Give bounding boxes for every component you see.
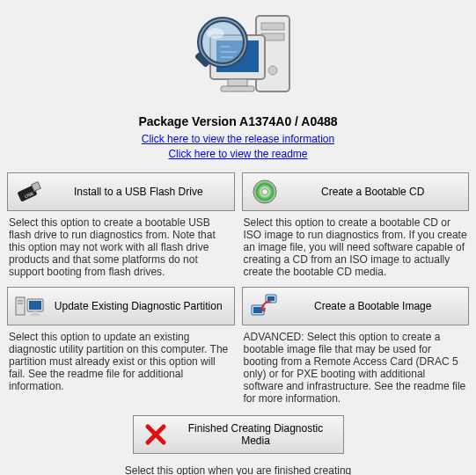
create-cd-button[interactable]: Create a Bootable CD	[242, 172, 470, 211]
readme-link[interactable]: Click here to view the readme	[0, 147, 476, 162]
svg-rect-28	[267, 296, 275, 301]
svg-rect-26	[30, 314, 40, 316]
computer-icon	[8, 294, 52, 318]
close-x-icon	[134, 422, 178, 447]
svg-rect-9	[228, 79, 247, 86]
svg-rect-30	[253, 307, 262, 313]
svg-point-13	[207, 28, 224, 39]
svg-rect-25	[33, 311, 38, 314]
usb-drive-icon: USB	[8, 179, 52, 204]
svg-rect-1	[261, 23, 284, 30]
svg-point-19	[261, 189, 267, 195]
create-image-label: Create a Bootable Image	[287, 300, 469, 312]
update-partition-desc: Select this option to update an existing…	[7, 325, 235, 392]
create-cd-label: Create a Bootable CD	[287, 186, 469, 198]
cd-icon	[243, 179, 287, 205]
svg-rect-24	[29, 301, 41, 310]
finished-label: Finished Creating Diagnostic Media	[178, 422, 343, 447]
finished-button[interactable]: Finished Creating Diagnostic Media	[133, 415, 344, 454]
update-partition-button[interactable]: Update Existing Diagnostic Partition	[7, 287, 235, 325]
app-logo	[168, 7, 309, 113]
install-usb-label: Install to a USB Flash Drive	[52, 186, 234, 198]
create-cd-desc: Select this option to create a bootable …	[242, 211, 470, 278]
install-usb-desc: Select this option to create a bootable …	[7, 211, 235, 278]
release-info-link[interactable]: Click here to view the release informati…	[0, 132, 476, 147]
create-image-button[interactable]: Create a Bootable Image	[242, 287, 470, 325]
create-image-desc: ADVANCED: Select this option to create a…	[242, 325, 470, 405]
svg-point-3	[268, 66, 277, 75]
page-title: Package Version A1374A0 / A0488	[0, 114, 476, 128]
install-usb-button[interactable]: USB Install to a USB Flash Drive	[7, 172, 235, 211]
svg-rect-22	[18, 303, 23, 304]
finished-desc: Select this option when you are finished…	[106, 459, 370, 475]
svg-rect-21	[18, 300, 23, 302]
svg-rect-10	[221, 86, 254, 91]
update-partition-label: Update Existing Diagnostic Partition	[52, 300, 234, 312]
network-computers-icon	[243, 293, 287, 319]
